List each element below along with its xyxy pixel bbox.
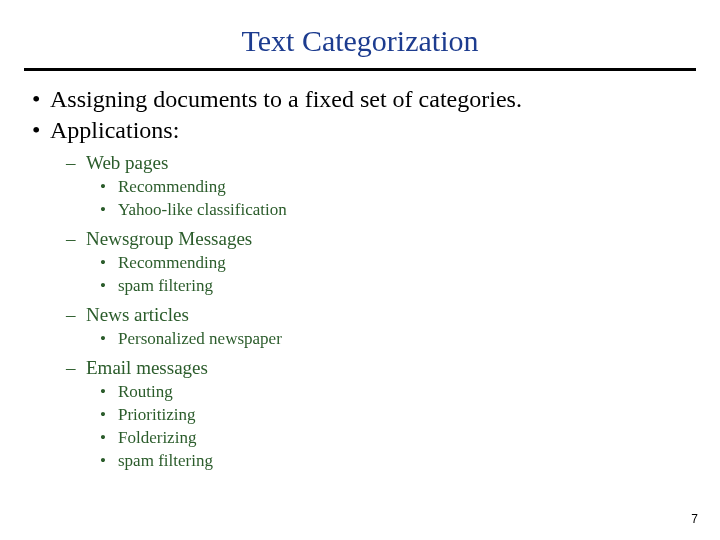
- bullet-text: Assigning documents to a fixed set of ca…: [50, 85, 522, 114]
- sub2-text: Recommending: [118, 252, 226, 274]
- slide-title: Text Categorization: [0, 0, 720, 68]
- bullet-icon: •: [100, 176, 118, 198]
- bullet-icon: •: [100, 252, 118, 274]
- sub2-item: • Recommending: [100, 252, 670, 274]
- sub2-text: spam filtering: [118, 275, 213, 297]
- sub-text: Newsgroup Messages: [86, 227, 252, 251]
- sub2-item: • spam filtering: [100, 450, 670, 472]
- sub2-text: spam filtering: [118, 450, 213, 472]
- sub2-item: • Routing: [100, 381, 670, 403]
- dash-icon: –: [66, 356, 86, 380]
- sub2-item: • Folderizing: [100, 427, 670, 449]
- sub2-item: • Recommending: [100, 176, 670, 198]
- title-divider: [24, 68, 696, 71]
- dash-icon: –: [66, 227, 86, 251]
- bullet-icon: •: [100, 404, 118, 426]
- sub-item: – Email messages: [66, 356, 670, 380]
- bullet-icon: •: [100, 427, 118, 449]
- slide-content: • Assigning documents to a fixed set of …: [0, 85, 720, 472]
- bullet-icon: •: [100, 381, 118, 403]
- sub-text: Email messages: [86, 356, 208, 380]
- bullet-icon: •: [100, 199, 118, 221]
- bullet-text: Applications:: [50, 116, 179, 145]
- page-number: 7: [691, 512, 698, 526]
- dash-icon: –: [66, 151, 86, 175]
- sub2-text: Prioritizing: [118, 404, 195, 426]
- sub-item: – Newsgroup Messages: [66, 227, 670, 251]
- sub-text: News articles: [86, 303, 189, 327]
- sub-text: Web pages: [86, 151, 168, 175]
- bullet-item: • Assigning documents to a fixed set of …: [50, 85, 670, 114]
- bullet-icon: •: [32, 85, 50, 114]
- sub-item: – News articles: [66, 303, 670, 327]
- sub-item: – Web pages: [66, 151, 670, 175]
- bullet-icon: •: [100, 275, 118, 297]
- bullet-icon: •: [100, 450, 118, 472]
- bullet-icon: •: [32, 116, 50, 145]
- bullet-item: • Applications:: [50, 116, 670, 145]
- sub2-item: • Yahoo-like classification: [100, 199, 670, 221]
- bullet-icon: •: [100, 328, 118, 350]
- sub2-text: Routing: [118, 381, 173, 403]
- sub2-item: • Prioritizing: [100, 404, 670, 426]
- sub2-text: Personalized newspaper: [118, 328, 282, 350]
- sub2-item: • spam filtering: [100, 275, 670, 297]
- sub2-text: Recommending: [118, 176, 226, 198]
- sub2-text: Folderizing: [118, 427, 196, 449]
- dash-icon: –: [66, 303, 86, 327]
- sub2-text: Yahoo-like classification: [118, 199, 287, 221]
- sub2-item: • Personalized newspaper: [100, 328, 670, 350]
